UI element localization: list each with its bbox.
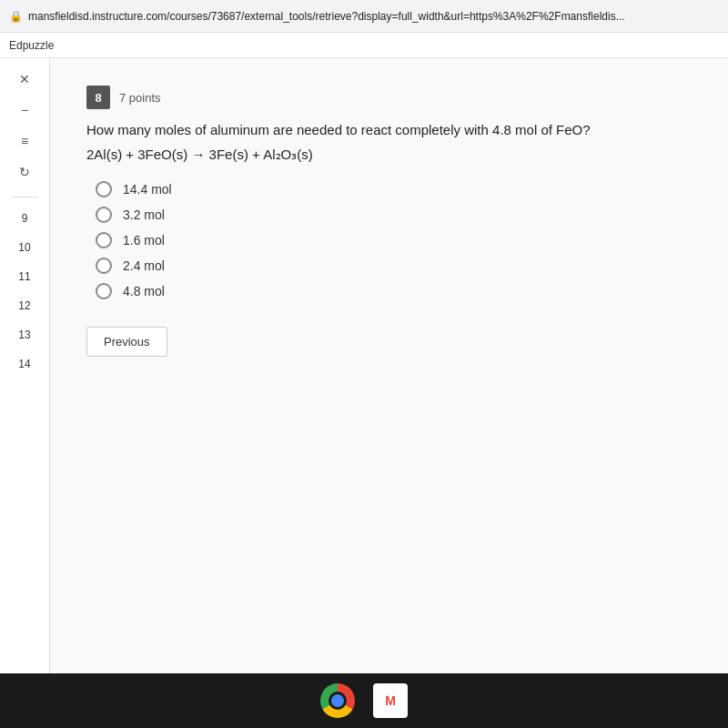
sidebar-item-10[interactable]: 10 bbox=[11, 234, 38, 261]
sidebar-item-13[interactable]: 13 bbox=[11, 321, 38, 349]
radio-option-3[interactable] bbox=[96, 232, 112, 248]
option-label-3: 1.6 mol bbox=[123, 233, 165, 248]
question-number-badge: 8 bbox=[86, 86, 110, 109]
answer-option-3[interactable]: 1.6 mol bbox=[96, 232, 692, 248]
question-header: 8 7 points bbox=[86, 86, 692, 109]
option-label-4: 2.4 mol bbox=[123, 258, 165, 273]
sidebar-item-9[interactable]: 9 bbox=[11, 205, 38, 232]
browser-bar: 🔒 mansfieldisd.instructure.com/courses/7… bbox=[0, 0, 728, 33]
question-points: 7 points bbox=[119, 91, 161, 105]
sidebar-item-14[interactable]: 14 bbox=[11, 350, 38, 378]
taskbar: M bbox=[0, 673, 728, 728]
previous-button[interactable]: Previous bbox=[86, 327, 167, 357]
answer-option-1[interactable]: 14.4 mol bbox=[96, 181, 692, 197]
answer-option-4[interactable]: 2.4 mol bbox=[96, 258, 692, 274]
sidebar-refresh-icon[interactable]: ↻ bbox=[11, 158, 38, 186]
tab-bar: Edpuzzle bbox=[0, 33, 728, 58]
chrome-icon[interactable] bbox=[320, 683, 355, 718]
sidebar: ✕ − ≡ ↻ 9 10 11 12 13 14 bbox=[0, 58, 50, 673]
tab-edpuzzle[interactable]: Edpuzzle bbox=[9, 39, 54, 52]
radio-option-5[interactable] bbox=[96, 283, 112, 299]
sidebar-menu-icon[interactable]: ≡ bbox=[11, 127, 38, 155]
question-area: 8 7 points How many moles of aluminum ar… bbox=[50, 58, 728, 673]
sidebar-minimize-icon[interactable]: − bbox=[11, 96, 38, 124]
option-label-2: 3.2 mol bbox=[123, 207, 165, 222]
url-bar[interactable]: mansfieldisd.instructure.com/courses/736… bbox=[28, 10, 625, 23]
radio-option-4[interactable] bbox=[96, 258, 112, 274]
radio-option-1[interactable] bbox=[96, 181, 112, 197]
question-equation: 2Al(s) + 3FeO(s) → 3Fe(s) + Al₂O₃(s) bbox=[86, 147, 692, 163]
answer-option-2[interactable]: 3.2 mol bbox=[96, 207, 692, 223]
radio-option-2[interactable] bbox=[96, 207, 112, 223]
question-text: How many moles of aluminum are needed to… bbox=[86, 120, 692, 141]
answer-option-5[interactable]: 4.8 mol bbox=[96, 283, 692, 299]
lock-icon: 🔒 bbox=[9, 10, 23, 23]
sidebar-close-icon[interactable]: ✕ bbox=[11, 66, 38, 93]
option-label-5: 4.8 mol bbox=[123, 284, 165, 298]
option-label-1: 14.4 mol bbox=[123, 182, 172, 197]
sidebar-nav: 9 10 11 12 13 14 bbox=[11, 197, 38, 379]
main-content: ✕ − ≡ ↻ 9 10 11 12 13 14 8 7 points How … bbox=[0, 58, 728, 673]
sidebar-item-12[interactable]: 12 bbox=[11, 292, 38, 319]
sidebar-item-11[interactable]: 11 bbox=[11, 263, 38, 290]
answer-options: 14.4 mol 3.2 mol 1.6 mol 2.4 mol 4.8 mol bbox=[96, 181, 692, 299]
gmail-icon[interactable]: M bbox=[373, 683, 408, 718]
